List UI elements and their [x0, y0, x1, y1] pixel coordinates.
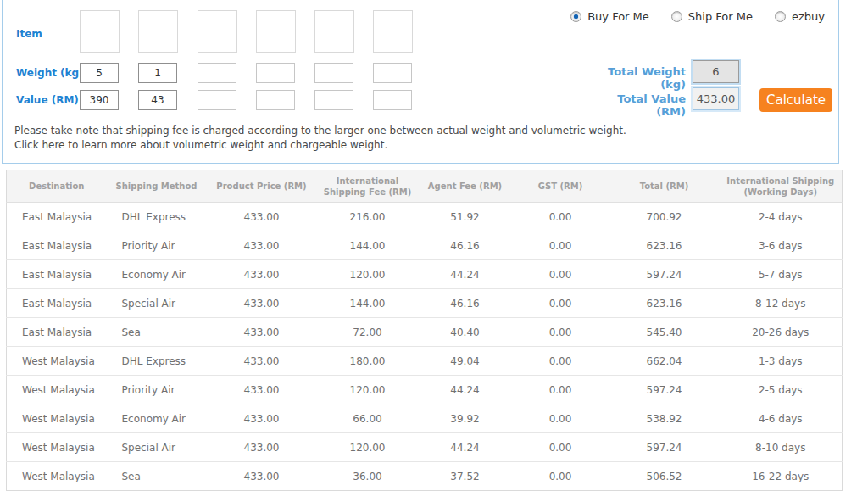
- cell-intl_fee: 72.00: [317, 318, 419, 347]
- cell-method: Priority Air: [107, 376, 207, 404]
- cell-days: 4-6 days: [720, 404, 843, 433]
- cell-destination: West Malaysia: [7, 404, 107, 433]
- value-input-5[interactable]: [314, 90, 353, 110]
- total-value-value: 433.00: [693, 87, 739, 110]
- table-row: West MalaysiaSea433.0036.0037.520.00506.…: [7, 462, 843, 491]
- table-row: East MalaysiaSpecial Air433.00144.0046.1…: [7, 289, 843, 318]
- cell-gst: 0.00: [512, 260, 609, 289]
- cell-method: Sea: [107, 462, 207, 491]
- cell-method: Economy Air: [107, 404, 207, 433]
- cell-days: 16-22 days: [720, 462, 843, 491]
- radio-group: Buy For MeShip For Meezbuy: [570, 10, 825, 23]
- weight-input-2[interactable]: [138, 63, 177, 83]
- cell-total: 623.16: [609, 289, 720, 318]
- column-header: International Shipping Fee (RM): [317, 170, 419, 203]
- value-input-3[interactable]: [198, 90, 236, 110]
- item-label: Item: [16, 28, 42, 40]
- cell-total: 597.24: [609, 260, 720, 289]
- item-image-box-6: [373, 10, 413, 53]
- item-image-box-5: [314, 10, 354, 53]
- cell-method: Priority Air: [107, 231, 207, 260]
- rates-table-container: DestinationShipping MethodProduct Price …: [6, 170, 842, 491]
- column-header: Total (RM): [609, 170, 720, 203]
- cell-total: 662.04: [609, 347, 720, 376]
- cell-days: 2-5 days: [720, 376, 843, 404]
- cell-price: 433.00: [207, 404, 317, 433]
- total-weight-label: Total Weight (kg): [586, 65, 686, 91]
- cell-intl_fee: 120.00: [317, 260, 419, 289]
- radio-button-icon[interactable]: [671, 11, 682, 22]
- cell-destination: West Malaysia: [7, 376, 107, 404]
- cell-gst: 0.00: [512, 347, 609, 376]
- cell-gst: 0.00: [512, 289, 609, 318]
- radio-button-icon[interactable]: [775, 11, 786, 22]
- weight-input-3[interactable]: [198, 63, 236, 83]
- value-input-1[interactable]: [80, 90, 119, 110]
- cell-days: 2-4 days: [720, 203, 843, 231]
- shipping-note: Please take note that shipping fee is ch…: [14, 124, 626, 153]
- cell-method: DHL Express: [107, 203, 207, 231]
- value-input-2[interactable]: [138, 90, 177, 110]
- cell-total: 506.52: [609, 462, 720, 491]
- cell-price: 433.00: [207, 462, 317, 491]
- radio-ship-for-me[interactable]: Ship For Me: [671, 10, 753, 23]
- cell-price: 433.00: [207, 347, 317, 376]
- value-input-4[interactable]: [256, 90, 295, 110]
- radio-button-icon[interactable]: [570, 11, 581, 22]
- cell-days: 5-7 days: [720, 260, 843, 289]
- cell-gst: 0.00: [512, 376, 609, 404]
- cell-intl_fee: 216.00: [317, 203, 419, 231]
- cell-destination: East Malaysia: [7, 260, 107, 289]
- shipping-rates-table: DestinationShipping MethodProduct Price …: [6, 170, 843, 491]
- cell-price: 433.00: [207, 376, 317, 404]
- column-header: GST (RM): [512, 170, 609, 203]
- radio-ezbuy[interactable]: ezbuy: [775, 10, 825, 23]
- weight-input-1[interactable]: [80, 63, 119, 83]
- column-header: Shipping Method: [107, 170, 207, 203]
- cell-total: 597.24: [609, 433, 720, 462]
- weight-input-5[interactable]: [314, 63, 353, 83]
- table-row: West MalaysiaEconomy Air433.0066.0039.92…: [7, 404, 843, 433]
- radio-label: Buy For Me: [587, 10, 649, 23]
- cell-agent_fee: 44.24: [419, 433, 512, 462]
- cell-total: 700.92: [609, 203, 720, 231]
- cell-price: 433.00: [207, 260, 317, 289]
- table-row: East MalaysiaSea433.0072.0040.400.00545.…: [7, 318, 843, 347]
- cell-agent_fee: 51.92: [419, 203, 512, 231]
- table-row: West MalaysiaSpecial Air433.00120.0044.2…: [7, 433, 843, 462]
- cell-gst: 0.00: [512, 203, 609, 231]
- cell-intl_fee: 66.00: [317, 404, 419, 433]
- note-line-2[interactable]: Click here to learn more about volumetri…: [14, 138, 626, 153]
- cell-days: 3-6 days: [720, 231, 843, 260]
- table-row: East MalaysiaEconomy Air433.00120.0044.2…: [7, 260, 843, 289]
- radio-label: ezbuy: [792, 10, 825, 23]
- item-image-box-1: [80, 10, 120, 53]
- cell-intl_fee: 144.00: [317, 231, 419, 260]
- cell-method: Special Air: [107, 289, 207, 318]
- cell-destination: East Malaysia: [7, 318, 107, 347]
- value-input-6[interactable]: [373, 90, 412, 110]
- cell-intl_fee: 120.00: [317, 376, 419, 404]
- cell-price: 433.00: [207, 433, 317, 462]
- column-header: Agent Fee (RM): [419, 170, 512, 203]
- table-row: West MalaysiaPriority Air433.00120.0044.…: [7, 376, 843, 404]
- cell-days: 8-12 days: [720, 289, 843, 318]
- note-line-1: Please take note that shipping fee is ch…: [14, 124, 626, 138]
- calculator-panel: Item Weight (kg) Value (RM) Buy For MeSh…: [2, 0, 839, 164]
- cell-days: 1-3 days: [720, 347, 843, 376]
- cell-intl_fee: 180.00: [317, 347, 419, 376]
- total-weight-value: 6: [693, 60, 739, 83]
- cell-method: DHL Express: [107, 347, 207, 376]
- weight-input-6[interactable]: [373, 63, 412, 83]
- cell-agent_fee: 39.92: [419, 404, 512, 433]
- cell-destination: East Malaysia: [7, 231, 107, 260]
- total-value-label: Total Value (RM): [586, 92, 686, 118]
- cell-price: 433.00: [207, 203, 317, 231]
- radio-buy-for-me[interactable]: Buy For Me: [570, 10, 649, 23]
- calculate-button[interactable]: Calculate: [760, 88, 832, 112]
- cell-intl_fee: 144.00: [317, 289, 419, 318]
- cell-destination: East Malaysia: [7, 203, 107, 231]
- table-header-row: DestinationShipping MethodProduct Price …: [7, 170, 843, 203]
- weight-input-4[interactable]: [256, 63, 295, 83]
- cell-price: 433.00: [207, 231, 317, 260]
